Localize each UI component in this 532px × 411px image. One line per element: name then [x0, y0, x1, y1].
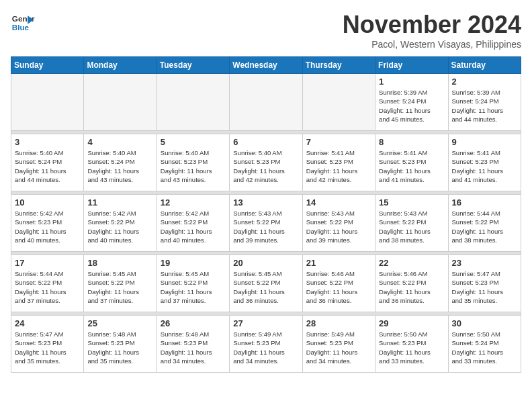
day-number: 28: [306, 318, 371, 328]
day-cell: 28Sunrise: 5:49 AM Sunset: 5:23 PM Dayli…: [302, 316, 375, 373]
day-number: 21: [306, 258, 371, 268]
day-cell: 19Sunrise: 5:45 AM Sunset: 5:22 PM Dayli…: [157, 255, 229, 312]
day-number: 7: [306, 137, 371, 147]
day-number: 26: [161, 318, 226, 328]
day-cell: 22Sunrise: 5:46 AM Sunset: 5:22 PM Dayli…: [375, 255, 448, 312]
day-number: 22: [379, 258, 444, 268]
day-number: 30: [452, 318, 517, 328]
day-cell: 26Sunrise: 5:48 AM Sunset: 5:23 PM Dayli…: [157, 316, 229, 373]
day-info: Sunrise: 5:43 AM Sunset: 5:22 PM Dayligh…: [379, 209, 444, 244]
day-info: Sunrise: 5:45 AM Sunset: 5:22 PM Dayligh…: [161, 269, 226, 305]
week-row-0: 1Sunrise: 5:39 AM Sunset: 5:24 PM Daylig…: [11, 74, 521, 131]
day-cell: 9Sunrise: 5:41 AM Sunset: 5:23 PM Daylig…: [448, 134, 521, 191]
day-cell: 7Sunrise: 5:41 AM Sunset: 5:23 PM Daylig…: [302, 134, 375, 191]
day-cell: 14Sunrise: 5:43 AM Sunset: 5:22 PM Dayli…: [302, 195, 375, 252]
day-number: 4: [87, 137, 152, 147]
day-info: Sunrise: 5:39 AM Sunset: 5:24 PM Dayligh…: [379, 88, 444, 124]
day-cell: 4Sunrise: 5:40 AM Sunset: 5:24 PM Daylig…: [84, 134, 157, 191]
day-number: 18: [87, 258, 152, 268]
day-info: Sunrise: 5:46 AM Sunset: 5:22 PM Dayligh…: [306, 269, 371, 305]
day-number: 20: [233, 258, 298, 268]
day-info: Sunrise: 5:44 AM Sunset: 5:22 PM Dayligh…: [452, 209, 517, 244]
day-info: Sunrise: 5:40 AM Sunset: 5:23 PM Dayligh…: [161, 148, 226, 184]
week-row-4: 24Sunrise: 5:47 AM Sunset: 5:23 PM Dayli…: [11, 316, 521, 373]
day-number: 3: [15, 137, 80, 147]
day-cell: 18Sunrise: 5:45 AM Sunset: 5:22 PM Dayli…: [84, 255, 157, 312]
day-number: 9: [452, 137, 517, 147]
day-info: Sunrise: 5:49 AM Sunset: 5:23 PM Dayligh…: [233, 330, 298, 365]
day-cell: 20Sunrise: 5:45 AM Sunset: 5:22 PM Dayli…: [230, 255, 302, 312]
day-info: Sunrise: 5:48 AM Sunset: 5:23 PM Dayligh…: [161, 330, 226, 365]
page-header: General Blue November 2024 Pacol, Wester…: [11, 11, 521, 50]
col-header-friday: Friday: [375, 57, 448, 74]
day-info: Sunrise: 5:41 AM Sunset: 5:23 PM Dayligh…: [306, 148, 371, 184]
day-info: Sunrise: 5:50 AM Sunset: 5:23 PM Dayligh…: [379, 330, 444, 365]
week-row-3: 17Sunrise: 5:44 AM Sunset: 5:22 PM Dayli…: [11, 255, 521, 312]
day-number: 1: [379, 77, 444, 87]
day-number: 15: [379, 197, 444, 208]
day-info: Sunrise: 5:41 AM Sunset: 5:23 PM Dayligh…: [379, 148, 444, 184]
day-number: 16: [452, 197, 517, 208]
day-info: Sunrise: 5:40 AM Sunset: 5:24 PM Dayligh…: [87, 148, 152, 184]
day-cell: 21Sunrise: 5:46 AM Sunset: 5:22 PM Dayli…: [302, 255, 375, 312]
day-number: 12: [161, 197, 226, 208]
month-title: November 2024: [343, 11, 521, 39]
day-number: 8: [379, 137, 444, 147]
day-info: Sunrise: 5:50 AM Sunset: 5:24 PM Dayligh…: [452, 330, 517, 365]
day-info: Sunrise: 5:40 AM Sunset: 5:23 PM Dayligh…: [233, 148, 298, 184]
day-number: 13: [233, 197, 298, 208]
day-cell: 6Sunrise: 5:40 AM Sunset: 5:23 PM Daylig…: [230, 134, 302, 191]
day-cell: 23Sunrise: 5:47 AM Sunset: 5:23 PM Dayli…: [448, 255, 521, 312]
day-cell: 10Sunrise: 5:42 AM Sunset: 5:23 PM Dayli…: [11, 195, 84, 252]
day-info: Sunrise: 5:48 AM Sunset: 5:23 PM Dayligh…: [87, 330, 152, 365]
day-cell: [230, 74, 302, 131]
week-row-2: 10Sunrise: 5:42 AM Sunset: 5:23 PM Dayli…: [11, 195, 521, 252]
day-cell: 27Sunrise: 5:49 AM Sunset: 5:23 PM Dayli…: [230, 316, 302, 373]
svg-text:Blue: Blue: [12, 23, 30, 32]
day-number: 17: [15, 258, 80, 268]
day-number: 10: [15, 197, 80, 208]
day-number: 5: [161, 137, 226, 147]
col-header-saturday: Saturday: [448, 57, 521, 74]
day-cell: 1Sunrise: 5:39 AM Sunset: 5:24 PM Daylig…: [375, 74, 448, 131]
day-info: Sunrise: 5:49 AM Sunset: 5:23 PM Dayligh…: [306, 330, 371, 365]
day-cell: [84, 74, 157, 131]
day-number: 19: [161, 258, 226, 268]
day-number: 27: [233, 318, 298, 328]
day-info: Sunrise: 5:39 AM Sunset: 5:24 PM Dayligh…: [452, 88, 517, 124]
day-number: 29: [379, 318, 444, 328]
day-cell: 17Sunrise: 5:44 AM Sunset: 5:22 PM Dayli…: [11, 255, 84, 312]
day-info: Sunrise: 5:44 AM Sunset: 5:22 PM Dayligh…: [15, 269, 80, 305]
logo: General Blue: [11, 11, 35, 35]
day-cell: [11, 74, 84, 131]
day-cell: [302, 74, 375, 131]
day-info: Sunrise: 5:42 AM Sunset: 5:22 PM Dayligh…: [87, 209, 152, 244]
day-cell: 2Sunrise: 5:39 AM Sunset: 5:24 PM Daylig…: [448, 74, 521, 131]
col-header-sunday: Sunday: [11, 57, 84, 74]
logo-icon: General Blue: [11, 11, 35, 35]
col-header-tuesday: Tuesday: [157, 57, 229, 74]
day-number: 14: [306, 197, 371, 208]
day-cell: 13Sunrise: 5:43 AM Sunset: 5:22 PM Dayli…: [230, 195, 302, 252]
day-cell: 29Sunrise: 5:50 AM Sunset: 5:23 PM Dayli…: [375, 316, 448, 373]
day-number: 6: [233, 137, 298, 147]
day-info: Sunrise: 5:40 AM Sunset: 5:24 PM Dayligh…: [15, 148, 80, 184]
day-cell: 24Sunrise: 5:47 AM Sunset: 5:23 PM Dayli…: [11, 316, 84, 373]
day-info: Sunrise: 5:47 AM Sunset: 5:23 PM Dayligh…: [452, 269, 517, 305]
day-cell: 5Sunrise: 5:40 AM Sunset: 5:23 PM Daylig…: [157, 134, 229, 191]
location: Pacol, Western Visayas, Philippines: [343, 39, 521, 50]
day-cell: 11Sunrise: 5:42 AM Sunset: 5:22 PM Dayli…: [84, 195, 157, 252]
day-cell: 3Sunrise: 5:40 AM Sunset: 5:24 PM Daylig…: [11, 134, 84, 191]
calendar-table: SundayMondayTuesdayWednesdayThursdayFrid…: [11, 56, 521, 373]
day-info: Sunrise: 5:42 AM Sunset: 5:22 PM Dayligh…: [161, 209, 226, 244]
day-info: Sunrise: 5:41 AM Sunset: 5:23 PM Dayligh…: [452, 148, 517, 184]
day-number: 2: [452, 77, 517, 87]
day-cell: 12Sunrise: 5:42 AM Sunset: 5:22 PM Dayli…: [157, 195, 229, 252]
day-cell: 15Sunrise: 5:43 AM Sunset: 5:22 PM Dayli…: [375, 195, 448, 252]
header-row: SundayMondayTuesdayWednesdayThursdayFrid…: [11, 57, 521, 74]
week-row-1: 3Sunrise: 5:40 AM Sunset: 5:24 PM Daylig…: [11, 134, 521, 191]
title-area: November 2024 Pacol, Western Visayas, Ph…: [343, 11, 521, 50]
day-cell: 16Sunrise: 5:44 AM Sunset: 5:22 PM Dayli…: [448, 195, 521, 252]
day-cell: [157, 74, 229, 131]
day-number: 25: [87, 318, 152, 328]
